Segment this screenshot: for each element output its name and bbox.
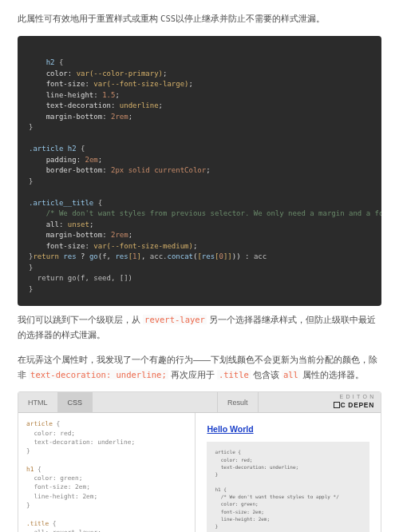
code-block-main: h2 { color: var(--color-primary); font-s… xyxy=(18,36,381,307)
intro-paragraph: 此属性可有效地用于重置样式或重构 CSS以停止继承并防止不需要的样式泄漏。 xyxy=(18,11,381,26)
inline-code-revert-layer: revert-layer xyxy=(143,315,207,324)
result-heading: Hello World xyxy=(207,424,369,434)
tab-css[interactable]: CSS xyxy=(58,392,93,412)
codepen-css-editor[interactable]: article { color: red; text-decoration: u… xyxy=(18,413,196,532)
result-pre: article { color: red; text-decoration: u… xyxy=(207,442,369,532)
paragraph-revert-layer: 我们可以跳到下一个级联层，从 revert-layer 另一个选择器继承样式，但… xyxy=(18,312,381,343)
copy-icon[interactable] xyxy=(364,41,375,52)
inline-code-css: CSS xyxy=(160,14,176,23)
codepen-header: HTML CSS Result E D I T O N C DEPEN xyxy=(18,392,381,413)
edit-on-codepen[interactable]: E D I T O N C DEPEN xyxy=(334,394,374,409)
codepen-embed: HTML CSS Result E D I T O N C DEPEN arti… xyxy=(18,391,381,532)
paragraph-behavior: 在玩弄这个属性时，我发现了一个有趣的行为——下划线颜色不会更新为当前分配的颜色，… xyxy=(18,352,381,383)
codepen-result-pane: Hello World article { color: red; text-d… xyxy=(196,413,381,532)
tab-html[interactable]: HTML xyxy=(18,392,58,412)
tab-result[interactable]: Result xyxy=(217,392,259,412)
